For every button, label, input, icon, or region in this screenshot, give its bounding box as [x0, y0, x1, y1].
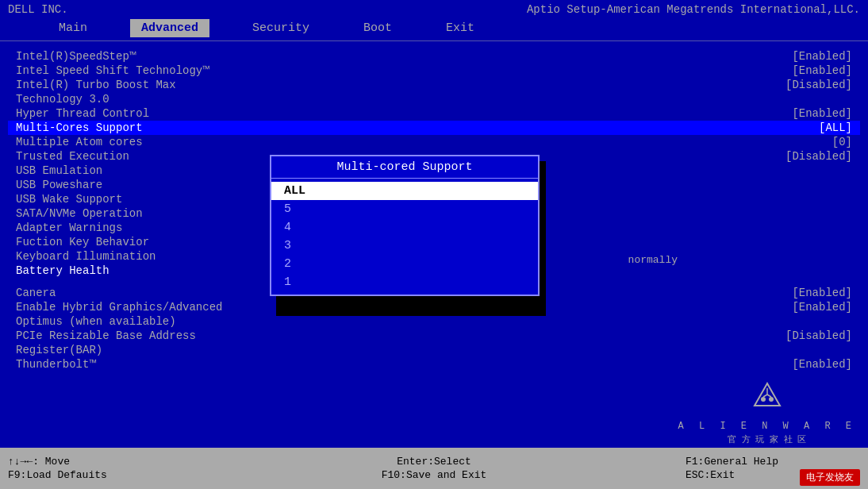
alienware-sub-text: 官 方 玩 家 社 区 [728, 433, 806, 445]
setting-name: Battery Health [16, 264, 109, 277]
setting-name: Fuction Key Behavior [16, 236, 149, 248]
nav-item-boot[interactable]: Boot [352, 19, 403, 37]
setting-name: Register(BAR) [16, 344, 102, 356]
bios-header: DELL INC. Aptio Setup-American Megatrend… [0, 0, 868, 16]
setting-name: Canera [16, 287, 56, 299]
setting-row: Intel(R)SpeedStep™[Enabled] [8, 49, 860, 64]
brand-label: DELL INC. [8, 3, 68, 16]
alienware-brand-text: A L I E N W A R E [678, 421, 856, 432]
nav-item-exit[interactable]: Exit [435, 19, 486, 37]
dropdown-overlay: Multi-cored Support ALL54321 [270, 155, 540, 296]
alien-head-icon [753, 382, 782, 418]
dropdown-option[interactable]: 1 [271, 273, 538, 291]
footer-left: ↑↓→←: Move F9:Load Defauits [8, 456, 182, 481]
bios-info-label: Aptio Setup-American Megatrends Internat… [527, 3, 860, 16]
setting-value: [Disabled] [785, 150, 852, 163]
dropdown-items: ALL54321 [271, 179, 538, 295]
setting-row: Intel Speed Shift Technology™[Enabled] [8, 64, 860, 78]
setting-row: Optimus (when available) [8, 314, 860, 329]
setting-name: Thunderbolt™ [16, 358, 96, 371]
setting-name: Keyboard Illumination [16, 250, 156, 263]
setting-name: Multi-Cores Support [16, 121, 143, 134]
setting-name: USB Emulation [16, 164, 102, 177]
setting-row: Intel(R) Turbo Boost Max[Disabled] [8, 78, 860, 92]
setting-value: [Enabled] [792, 287, 852, 299]
svg-line-5 [767, 395, 771, 397]
setting-value: [ALL] [819, 121, 852, 134]
svg-point-2 [769, 397, 774, 402]
setting-name: Intel(R) Turbo Boost Max [16, 79, 176, 91]
setting-name: Multiple Atom cores [16, 136, 143, 148]
setting-name: Adapter Warnings [16, 221, 122, 234]
alienware-area: A L I E N W A R E 官 方 玩 家 社 区 [678, 382, 856, 445]
setting-name: USB Poweshare [16, 179, 102, 191]
nav-item-main[interactable]: Main [48, 19, 98, 37]
setting-value: [Enabled] [792, 301, 852, 314]
setting-value: [Enabled] [792, 50, 852, 63]
setting-name: SATA/NVMe Operation [16, 207, 143, 220]
svg-point-1 [761, 397, 766, 402]
navigation-bar: MainAdvancedSecurityBootExit [0, 16, 868, 41]
setting-name: Hyper Thread Control [16, 107, 149, 120]
setting-name: Technology 3.0 [16, 93, 109, 106]
setting-row: Thunderbolt™[Enabled] [8, 357, 860, 372]
dropdown-option[interactable]: 5 [271, 200, 538, 218]
footer-bar: ↑↓→←: Move F9:Load Defauits Enter:Select… [0, 448, 868, 489]
setting-name: Intel Speed Shift Technology™ [16, 64, 209, 77]
footer-center: Enter:Select F10:Save and Exit [182, 456, 686, 481]
elecfans-badge: 电子发烧友 [800, 469, 860, 486]
nav-item-security[interactable]: Security [241, 19, 321, 37]
dropdown-title: Multi-cored Support [271, 156, 538, 179]
footer-save-exit-label: F10:Save and Exit [382, 469, 487, 481]
footer-load-defaults-label: F9:Load Defauits [8, 469, 182, 481]
setting-row: PCIe Resizable Base Address[Disabled] [8, 329, 860, 343]
setting-row: Multiple Atom cores[0] [8, 135, 860, 149]
setting-name: PCIe Resizable Base Address [16, 329, 196, 342]
setting-value: [Disabled] [785, 79, 852, 91]
setting-name: Trusted Execution [16, 150, 129, 163]
setting-value: [0] [832, 136, 852, 148]
setting-name: Intel(R)SpeedStep™ [16, 50, 136, 63]
alienware-logo: A L I E N W A R E 官 方 玩 家 社 区 [678, 382, 856, 445]
setting-name: Enable Hybrid Graphics/Advanced [16, 301, 222, 314]
setting-row: Hyper Thread Control[Enabled] [8, 106, 860, 121]
dropdown-box[interactable]: Multi-cored Support ALL54321 [270, 155, 540, 296]
footer-move-label: ↑↓→←: Move [8, 456, 182, 468]
setting-value: [Enabled] [792, 358, 852, 371]
setting-row: Technology 3.0 [8, 92, 860, 106]
nav-item-advanced[interactable]: Advanced [130, 19, 209, 37]
setting-value: [Enabled] [792, 107, 852, 120]
setting-row: Register(BAR) [8, 343, 860, 357]
footer-enter-select-label: Enter:Select [397, 456, 471, 468]
dropdown-option[interactable]: 2 [271, 255, 538, 273]
setting-name: USB Wake Support [16, 193, 122, 206]
setting-name: Optimus (when available) [16, 315, 176, 328]
setting-value: [Enabled] [792, 64, 852, 77]
dropdown-option[interactable]: 4 [271, 218, 538, 237]
svg-line-4 [763, 395, 767, 397]
setting-row[interactable]: Multi-Cores Support[ALL] [8, 121, 860, 135]
dropdown-option[interactable]: 3 [271, 237, 538, 255]
setting-value: [Disabled] [785, 329, 852, 342]
battery-desc: normally [628, 254, 678, 266]
footer-help-label: F1:General Help [686, 456, 860, 468]
dropdown-option[interactable]: ALL [271, 182, 538, 200]
